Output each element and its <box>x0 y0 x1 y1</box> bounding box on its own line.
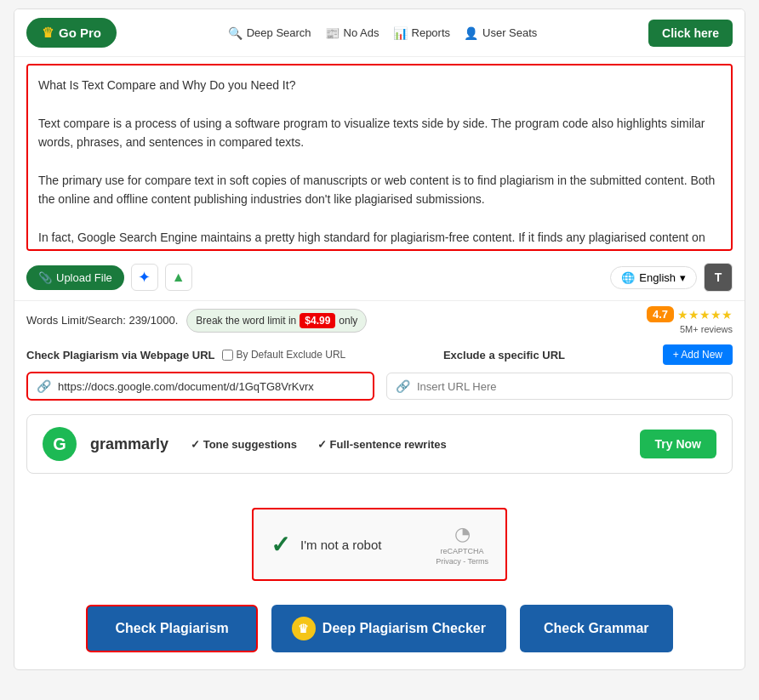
exclude-url-input[interactable] <box>417 380 723 393</box>
deep-crown-icon: ♛ <box>292 617 316 640</box>
captcha-checkmark: ✓ <box>271 531 290 559</box>
captcha-label: I'm not a robot <box>300 538 381 552</box>
no-ads-label: No Ads <box>344 26 380 39</box>
check-plagiarism-button[interactable]: Check Plagiarism <box>86 605 257 652</box>
crown-icon: ♛ <box>42 25 54 41</box>
grammarly-try-now-button[interactable]: Try Now <box>640 430 716 458</box>
paperclip-icon: 📎 <box>38 271 52 284</box>
default-exclude-label[interactable]: By Default Exclude URL <box>222 349 346 361</box>
font-button[interactable]: T <box>704 263 733 292</box>
pro-features: 🔍 Deep Search 📰 No Ads 📊 Reports 👤 User … <box>125 26 640 40</box>
webpage-url-input-box[interactable]: 🔗 <box>26 372 374 401</box>
review-count: 5M+ reviews <box>680 324 733 334</box>
words-limit-label: Words Limit/Search: 239/1000. <box>26 314 178 327</box>
webpage-url-label: Check Plagiarism via Webpage URL <box>26 349 215 361</box>
bottom-buttons: Check Plagiarism ♛ Deep Plagiarism Check… <box>14 589 745 669</box>
default-exclude-checkbox[interactable] <box>222 350 233 361</box>
dropbox-button[interactable]: ✦ <box>131 264 158 291</box>
break-limit-tag[interactable]: Break the word limit in $4.99 only <box>186 309 367 333</box>
url-section: Check Plagiarism via Webpage URL By Defa… <box>14 339 745 406</box>
link-icon-2: 🔗 <box>396 379 410 393</box>
exclude-url-input-box[interactable]: 🔗 <box>386 373 733 400</box>
go-pro-label: Go Pro <box>59 26 101 40</box>
grammarly-features: ✓ Tone suggestions ✓ Full-sentence rewri… <box>191 438 625 451</box>
language-selector[interactable]: 🌐 English ▾ <box>610 266 697 289</box>
captcha-right: ◔ reCAPTCHA Privacy - Terms <box>436 523 488 566</box>
click-here-button[interactable]: Click here <box>648 20 733 47</box>
grammarly-logo-letter: G <box>53 435 66 454</box>
rating-box: 4.7 ★★★★★ 5M+ reviews <box>647 306 733 334</box>
reports-icon: 📊 <box>393 26 408 40</box>
font-icon: T <box>715 270 722 284</box>
rating-top: 4.7 ★★★★★ <box>647 306 733 322</box>
add-new-button[interactable]: + Add New <box>663 344 733 365</box>
deep-plagiarism-button[interactable]: ♛ Deep Plagiarism Checker <box>271 605 506 652</box>
dropbox-icon: ✦ <box>138 268 151 287</box>
recaptcha-links: Privacy - Terms <box>436 557 488 566</box>
url-inputs-row: 🔗 🔗 <box>26 372 733 401</box>
price-badge: $4.99 <box>300 313 335 328</box>
deep-search-label: Deep Search <box>247 26 311 39</box>
captcha-left: ✓ I'm not a robot <box>271 531 381 559</box>
only-text: only <box>339 315 357 327</box>
full-sentence-rewrites: ✓ Full-sentence rewrites <box>317 438 447 451</box>
recaptcha-label: reCAPTCHA <box>441 547 484 555</box>
rating-badge: 4.7 <box>647 306 674 322</box>
break-limit-text: Break the word limit in <box>196 315 296 327</box>
toolbar-row: 📎 Upload File ✦ ▲ 🌐 English ▾ T <box>14 254 745 301</box>
feature-no-ads: 📰 No Ads <box>325 26 380 40</box>
upload-file-button[interactable]: 📎 Upload File <box>26 265 124 290</box>
recaptcha-icon: ◔ <box>454 523 471 545</box>
webpage-url-group: Check Plagiarism via Webpage URL By Defa… <box>26 349 345 361</box>
recaptcha-box[interactable]: ✓ I'm not a robot ◔ reCAPTCHA Privacy - … <box>252 508 507 581</box>
feature-deep-search: 🔍 Deep Search <box>228 26 311 40</box>
go-pro-button[interactable]: ♛ Go Pro <box>26 18 117 48</box>
upload-label: Upload File <box>56 271 112 284</box>
captcha-section: ✓ I'm not a robot ◔ reCAPTCHA Privacy - … <box>14 499 745 589</box>
reports-label: Reports <box>412 26 451 39</box>
feature-reports: 📊 Reports <box>393 26 451 40</box>
grammarly-logo: G <box>43 427 77 461</box>
feature-user-seats: 👤 User Seats <box>464 26 537 40</box>
link-icon: 🔗 <box>37 379 51 393</box>
top-bar: ♛ Go Pro 🔍 Deep Search 📰 No Ads 📊 Report… <box>14 9 745 57</box>
grammarly-name: grammarly <box>90 435 168 453</box>
user-seats-icon: 👤 <box>464 26 478 40</box>
google-drive-button[interactable]: ▲ <box>165 264 192 291</box>
url-label-row: Check Plagiarism via Webpage URL By Defa… <box>26 344 733 365</box>
user-seats-label: User Seats <box>482 26 537 39</box>
check-grammar-button[interactable]: Check Grammar <box>520 605 673 652</box>
grammarly-banner: G grammarly ✓ Tone suggestions ✓ Full-se… <box>26 414 733 474</box>
deep-plagiarism-label: Deep Plagiarism Checker <box>322 621 486 636</box>
tone-suggestions: ✓ Tone suggestions <box>191 438 297 451</box>
webpage-url-input[interactable] <box>58 380 364 393</box>
language-label: English <box>639 271 676 284</box>
drive-icon: ▲ <box>172 270 185 285</box>
no-ads-icon: 📰 <box>325 26 340 40</box>
stars: ★★★★★ <box>677 308 733 322</box>
globe-icon: 🌐 <box>621 271 635 284</box>
textarea-section <box>14 64 745 254</box>
exclude-specific-label: Exclude a specific URL <box>362 349 645 361</box>
search-icon: 🔍 <box>228 26 243 40</box>
chevron-down-icon: ▾ <box>680 271 686 284</box>
words-limit-row: Words Limit/Search: 239/1000. Break the … <box>14 301 745 339</box>
plagiarism-text-input[interactable] <box>26 64 733 251</box>
